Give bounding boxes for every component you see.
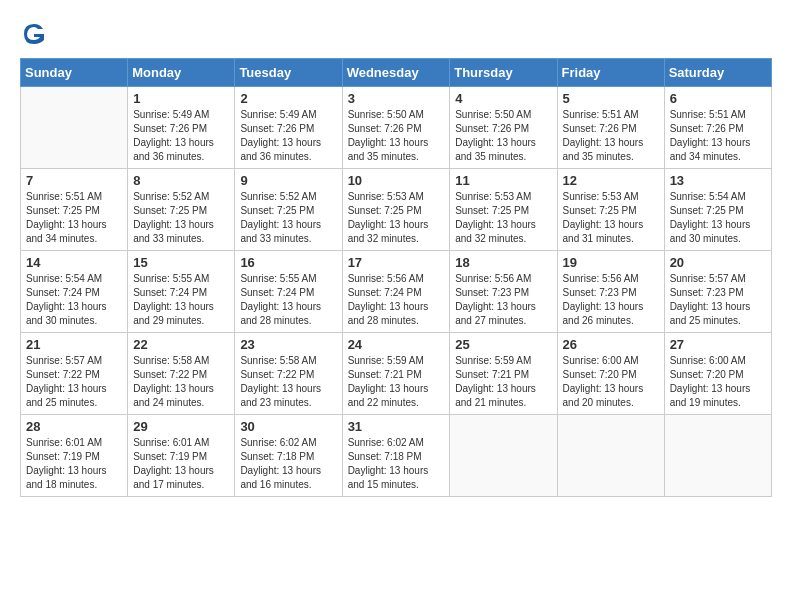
day-info: Sunrise: 5:52 AM Sunset: 7:25 PM Dayligh… xyxy=(240,190,336,246)
header-monday: Monday xyxy=(128,59,235,87)
day-number: 5 xyxy=(563,91,659,106)
day-info: Sunrise: 5:56 AM Sunset: 7:23 PM Dayligh… xyxy=(563,272,659,328)
calendar-cell: 11Sunrise: 5:53 AM Sunset: 7:25 PM Dayli… xyxy=(450,169,557,251)
day-info: Sunrise: 5:59 AM Sunset: 7:21 PM Dayligh… xyxy=(348,354,445,410)
day-info: Sunrise: 5:49 AM Sunset: 7:26 PM Dayligh… xyxy=(133,108,229,164)
day-info: Sunrise: 5:53 AM Sunset: 7:25 PM Dayligh… xyxy=(563,190,659,246)
calendar-cell: 7Sunrise: 5:51 AM Sunset: 7:25 PM Daylig… xyxy=(21,169,128,251)
calendar-cell: 5Sunrise: 5:51 AM Sunset: 7:26 PM Daylig… xyxy=(557,87,664,169)
day-number: 18 xyxy=(455,255,551,270)
header-tuesday: Tuesday xyxy=(235,59,342,87)
day-number: 23 xyxy=(240,337,336,352)
calendar-cell: 20Sunrise: 5:57 AM Sunset: 7:23 PM Dayli… xyxy=(664,251,771,333)
page-header xyxy=(20,20,772,48)
week-row-1: 1Sunrise: 5:49 AM Sunset: 7:26 PM Daylig… xyxy=(21,87,772,169)
calendar-cell xyxy=(664,415,771,497)
day-info: Sunrise: 6:00 AM Sunset: 7:20 PM Dayligh… xyxy=(563,354,659,410)
day-number: 26 xyxy=(563,337,659,352)
calendar: SundayMondayTuesdayWednesdayThursdayFrid… xyxy=(20,58,772,497)
calendar-cell: 22Sunrise: 5:58 AM Sunset: 7:22 PM Dayli… xyxy=(128,333,235,415)
day-info: Sunrise: 6:00 AM Sunset: 7:20 PM Dayligh… xyxy=(670,354,766,410)
header-friday: Friday xyxy=(557,59,664,87)
calendar-cell xyxy=(450,415,557,497)
calendar-cell: 4Sunrise: 5:50 AM Sunset: 7:26 PM Daylig… xyxy=(450,87,557,169)
calendar-cell: 26Sunrise: 6:00 AM Sunset: 7:20 PM Dayli… xyxy=(557,333,664,415)
day-info: Sunrise: 5:59 AM Sunset: 7:21 PM Dayligh… xyxy=(455,354,551,410)
day-number: 20 xyxy=(670,255,766,270)
day-number: 10 xyxy=(348,173,445,188)
calendar-cell: 27Sunrise: 6:00 AM Sunset: 7:20 PM Dayli… xyxy=(664,333,771,415)
day-info: Sunrise: 6:01 AM Sunset: 7:19 PM Dayligh… xyxy=(133,436,229,492)
day-info: Sunrise: 5:57 AM Sunset: 7:22 PM Dayligh… xyxy=(26,354,122,410)
day-number: 6 xyxy=(670,91,766,106)
day-number: 21 xyxy=(26,337,122,352)
day-number: 17 xyxy=(348,255,445,270)
day-info: Sunrise: 5:53 AM Sunset: 7:25 PM Dayligh… xyxy=(348,190,445,246)
calendar-cell: 23Sunrise: 5:58 AM Sunset: 7:22 PM Dayli… xyxy=(235,333,342,415)
header-saturday: Saturday xyxy=(664,59,771,87)
calendar-cell: 1Sunrise: 5:49 AM Sunset: 7:26 PM Daylig… xyxy=(128,87,235,169)
week-row-5: 28Sunrise: 6:01 AM Sunset: 7:19 PM Dayli… xyxy=(21,415,772,497)
day-number: 14 xyxy=(26,255,122,270)
calendar-cell: 15Sunrise: 5:55 AM Sunset: 7:24 PM Dayli… xyxy=(128,251,235,333)
logo xyxy=(20,20,52,48)
day-info: Sunrise: 5:55 AM Sunset: 7:24 PM Dayligh… xyxy=(133,272,229,328)
day-info: Sunrise: 5:57 AM Sunset: 7:23 PM Dayligh… xyxy=(670,272,766,328)
day-info: Sunrise: 5:58 AM Sunset: 7:22 PM Dayligh… xyxy=(133,354,229,410)
week-row-4: 21Sunrise: 5:57 AM Sunset: 7:22 PM Dayli… xyxy=(21,333,772,415)
day-info: Sunrise: 5:51 AM Sunset: 7:26 PM Dayligh… xyxy=(670,108,766,164)
calendar-cell: 30Sunrise: 6:02 AM Sunset: 7:18 PM Dayli… xyxy=(235,415,342,497)
calendar-cell xyxy=(557,415,664,497)
day-number: 3 xyxy=(348,91,445,106)
day-number: 8 xyxy=(133,173,229,188)
day-info: Sunrise: 6:01 AM Sunset: 7:19 PM Dayligh… xyxy=(26,436,122,492)
calendar-cell: 9Sunrise: 5:52 AM Sunset: 7:25 PM Daylig… xyxy=(235,169,342,251)
calendar-cell: 21Sunrise: 5:57 AM Sunset: 7:22 PM Dayli… xyxy=(21,333,128,415)
calendar-cell: 2Sunrise: 5:49 AM Sunset: 7:26 PM Daylig… xyxy=(235,87,342,169)
day-info: Sunrise: 6:02 AM Sunset: 7:18 PM Dayligh… xyxy=(348,436,445,492)
day-number: 31 xyxy=(348,419,445,434)
day-info: Sunrise: 5:50 AM Sunset: 7:26 PM Dayligh… xyxy=(348,108,445,164)
day-info: Sunrise: 5:56 AM Sunset: 7:23 PM Dayligh… xyxy=(455,272,551,328)
day-number: 28 xyxy=(26,419,122,434)
day-number: 16 xyxy=(240,255,336,270)
header-row: SundayMondayTuesdayWednesdayThursdayFrid… xyxy=(21,59,772,87)
week-row-3: 14Sunrise: 5:54 AM Sunset: 7:24 PM Dayli… xyxy=(21,251,772,333)
day-info: Sunrise: 6:02 AM Sunset: 7:18 PM Dayligh… xyxy=(240,436,336,492)
day-number: 2 xyxy=(240,91,336,106)
day-info: Sunrise: 5:55 AM Sunset: 7:24 PM Dayligh… xyxy=(240,272,336,328)
logo-icon xyxy=(20,20,48,48)
calendar-cell: 17Sunrise: 5:56 AM Sunset: 7:24 PM Dayli… xyxy=(342,251,450,333)
calendar-cell: 31Sunrise: 6:02 AM Sunset: 7:18 PM Dayli… xyxy=(342,415,450,497)
day-number: 30 xyxy=(240,419,336,434)
day-number: 4 xyxy=(455,91,551,106)
day-number: 11 xyxy=(455,173,551,188)
day-number: 7 xyxy=(26,173,122,188)
day-info: Sunrise: 5:54 AM Sunset: 7:25 PM Dayligh… xyxy=(670,190,766,246)
calendar-cell: 12Sunrise: 5:53 AM Sunset: 7:25 PM Dayli… xyxy=(557,169,664,251)
day-number: 29 xyxy=(133,419,229,434)
day-number: 1 xyxy=(133,91,229,106)
calendar-cell: 3Sunrise: 5:50 AM Sunset: 7:26 PM Daylig… xyxy=(342,87,450,169)
day-number: 27 xyxy=(670,337,766,352)
header-sunday: Sunday xyxy=(21,59,128,87)
day-number: 12 xyxy=(563,173,659,188)
week-row-2: 7Sunrise: 5:51 AM Sunset: 7:25 PM Daylig… xyxy=(21,169,772,251)
day-info: Sunrise: 5:54 AM Sunset: 7:24 PM Dayligh… xyxy=(26,272,122,328)
day-info: Sunrise: 5:58 AM Sunset: 7:22 PM Dayligh… xyxy=(240,354,336,410)
calendar-cell: 16Sunrise: 5:55 AM Sunset: 7:24 PM Dayli… xyxy=(235,251,342,333)
header-thursday: Thursday xyxy=(450,59,557,87)
day-number: 9 xyxy=(240,173,336,188)
day-info: Sunrise: 5:50 AM Sunset: 7:26 PM Dayligh… xyxy=(455,108,551,164)
day-number: 25 xyxy=(455,337,551,352)
day-info: Sunrise: 5:53 AM Sunset: 7:25 PM Dayligh… xyxy=(455,190,551,246)
calendar-cell xyxy=(21,87,128,169)
calendar-cell: 19Sunrise: 5:56 AM Sunset: 7:23 PM Dayli… xyxy=(557,251,664,333)
day-info: Sunrise: 5:51 AM Sunset: 7:25 PM Dayligh… xyxy=(26,190,122,246)
day-number: 15 xyxy=(133,255,229,270)
calendar-cell: 6Sunrise: 5:51 AM Sunset: 7:26 PM Daylig… xyxy=(664,87,771,169)
calendar-cell: 8Sunrise: 5:52 AM Sunset: 7:25 PM Daylig… xyxy=(128,169,235,251)
calendar-cell: 25Sunrise: 5:59 AM Sunset: 7:21 PM Dayli… xyxy=(450,333,557,415)
calendar-cell: 29Sunrise: 6:01 AM Sunset: 7:19 PM Dayli… xyxy=(128,415,235,497)
calendar-cell: 28Sunrise: 6:01 AM Sunset: 7:19 PM Dayli… xyxy=(21,415,128,497)
